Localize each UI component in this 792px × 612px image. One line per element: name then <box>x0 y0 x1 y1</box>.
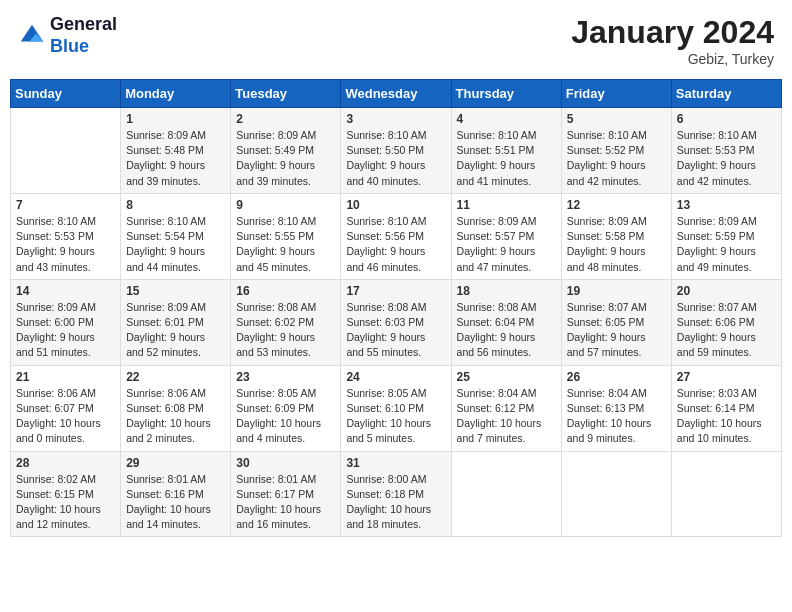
calendar-cell: 25Sunrise: 8:04 AM Sunset: 6:12 PM Dayli… <box>451 365 561 451</box>
calendar-header-row: SundayMondayTuesdayWednesdayThursdayFrid… <box>11 80 782 108</box>
calendar-cell: 26Sunrise: 8:04 AM Sunset: 6:13 PM Dayli… <box>561 365 671 451</box>
day-info: Sunrise: 8:05 AM Sunset: 6:09 PM Dayligh… <box>236 386 335 447</box>
day-number: 28 <box>16 456 115 470</box>
calendar-cell: 30Sunrise: 8:01 AM Sunset: 6:17 PM Dayli… <box>231 451 341 537</box>
calendar-cell <box>11 108 121 194</box>
calendar-cell: 5Sunrise: 8:10 AM Sunset: 5:52 PM Daylig… <box>561 108 671 194</box>
calendar-table: SundayMondayTuesdayWednesdayThursdayFrid… <box>10 79 782 537</box>
location-subtitle: Gebiz, Turkey <box>571 51 774 67</box>
calendar-cell: 6Sunrise: 8:10 AM Sunset: 5:53 PM Daylig… <box>671 108 781 194</box>
day-info: Sunrise: 8:09 AM Sunset: 5:48 PM Dayligh… <box>126 128 225 189</box>
logo: General Blue <box>18 14 117 57</box>
calendar-cell <box>671 451 781 537</box>
calendar-cell: 4Sunrise: 8:10 AM Sunset: 5:51 PM Daylig… <box>451 108 561 194</box>
day-info: Sunrise: 8:10 AM Sunset: 5:56 PM Dayligh… <box>346 214 445 275</box>
day-info: Sunrise: 8:10 AM Sunset: 5:51 PM Dayligh… <box>457 128 556 189</box>
day-info: Sunrise: 8:05 AM Sunset: 6:10 PM Dayligh… <box>346 386 445 447</box>
day-info: Sunrise: 8:08 AM Sunset: 6:03 PM Dayligh… <box>346 300 445 361</box>
header-sunday: Sunday <box>11 80 121 108</box>
day-number: 19 <box>567 284 666 298</box>
day-number: 23 <box>236 370 335 384</box>
day-info: Sunrise: 8:06 AM Sunset: 6:07 PM Dayligh… <box>16 386 115 447</box>
calendar-cell: 14Sunrise: 8:09 AM Sunset: 6:00 PM Dayli… <box>11 279 121 365</box>
day-info: Sunrise: 8:09 AM Sunset: 6:01 PM Dayligh… <box>126 300 225 361</box>
day-number: 2 <box>236 112 335 126</box>
page-header: General Blue January 2024 Gebiz, Turkey <box>10 10 782 71</box>
calendar-week-4: 21Sunrise: 8:06 AM Sunset: 6:07 PM Dayli… <box>11 365 782 451</box>
calendar-cell: 22Sunrise: 8:06 AM Sunset: 6:08 PM Dayli… <box>121 365 231 451</box>
day-info: Sunrise: 8:10 AM Sunset: 5:55 PM Dayligh… <box>236 214 335 275</box>
day-number: 14 <box>16 284 115 298</box>
day-number: 9 <box>236 198 335 212</box>
calendar-cell: 8Sunrise: 8:10 AM Sunset: 5:54 PM Daylig… <box>121 193 231 279</box>
day-info: Sunrise: 8:07 AM Sunset: 6:06 PM Dayligh… <box>677 300 776 361</box>
day-number: 22 <box>126 370 225 384</box>
day-info: Sunrise: 8:00 AM Sunset: 6:18 PM Dayligh… <box>346 472 445 533</box>
day-number: 25 <box>457 370 556 384</box>
day-number: 20 <box>677 284 776 298</box>
day-number: 11 <box>457 198 556 212</box>
day-info: Sunrise: 8:09 AM Sunset: 5:59 PM Dayligh… <box>677 214 776 275</box>
calendar-cell <box>451 451 561 537</box>
day-info: Sunrise: 8:01 AM Sunset: 6:17 PM Dayligh… <box>236 472 335 533</box>
day-info: Sunrise: 8:10 AM Sunset: 5:54 PM Dayligh… <box>126 214 225 275</box>
day-info: Sunrise: 8:03 AM Sunset: 6:14 PM Dayligh… <box>677 386 776 447</box>
day-number: 7 <box>16 198 115 212</box>
calendar-cell: 10Sunrise: 8:10 AM Sunset: 5:56 PM Dayli… <box>341 193 451 279</box>
header-wednesday: Wednesday <box>341 80 451 108</box>
day-info: Sunrise: 8:08 AM Sunset: 6:04 PM Dayligh… <box>457 300 556 361</box>
header-friday: Friday <box>561 80 671 108</box>
day-number: 16 <box>236 284 335 298</box>
calendar-cell: 11Sunrise: 8:09 AM Sunset: 5:57 PM Dayli… <box>451 193 561 279</box>
day-info: Sunrise: 8:10 AM Sunset: 5:52 PM Dayligh… <box>567 128 666 189</box>
day-number: 29 <box>126 456 225 470</box>
calendar-cell: 3Sunrise: 8:10 AM Sunset: 5:50 PM Daylig… <box>341 108 451 194</box>
day-number: 15 <box>126 284 225 298</box>
day-number: 6 <box>677 112 776 126</box>
day-number: 24 <box>346 370 445 384</box>
day-info: Sunrise: 8:04 AM Sunset: 6:12 PM Dayligh… <box>457 386 556 447</box>
day-info: Sunrise: 8:09 AM Sunset: 5:58 PM Dayligh… <box>567 214 666 275</box>
calendar-cell: 15Sunrise: 8:09 AM Sunset: 6:01 PM Dayli… <box>121 279 231 365</box>
day-number: 13 <box>677 198 776 212</box>
calendar-cell: 27Sunrise: 8:03 AM Sunset: 6:14 PM Dayli… <box>671 365 781 451</box>
day-number: 4 <box>457 112 556 126</box>
day-number: 21 <box>16 370 115 384</box>
calendar-cell: 9Sunrise: 8:10 AM Sunset: 5:55 PM Daylig… <box>231 193 341 279</box>
day-info: Sunrise: 8:01 AM Sunset: 6:16 PM Dayligh… <box>126 472 225 533</box>
header-tuesday: Tuesday <box>231 80 341 108</box>
calendar-cell: 24Sunrise: 8:05 AM Sunset: 6:10 PM Dayli… <box>341 365 451 451</box>
calendar-cell: 28Sunrise: 8:02 AM Sunset: 6:15 PM Dayli… <box>11 451 121 537</box>
calendar-cell: 29Sunrise: 8:01 AM Sunset: 6:16 PM Dayli… <box>121 451 231 537</box>
calendar-cell: 21Sunrise: 8:06 AM Sunset: 6:07 PM Dayli… <box>11 365 121 451</box>
calendar-cell: 19Sunrise: 8:07 AM Sunset: 6:05 PM Dayli… <box>561 279 671 365</box>
day-number: 8 <box>126 198 225 212</box>
calendar-cell: 16Sunrise: 8:08 AM Sunset: 6:02 PM Dayli… <box>231 279 341 365</box>
header-monday: Monday <box>121 80 231 108</box>
logo-text-blue: Blue <box>50 36 117 58</box>
day-number: 3 <box>346 112 445 126</box>
day-number: 17 <box>346 284 445 298</box>
day-info: Sunrise: 8:10 AM Sunset: 5:53 PM Dayligh… <box>677 128 776 189</box>
logo-icon <box>18 22 46 50</box>
calendar-cell: 23Sunrise: 8:05 AM Sunset: 6:09 PM Dayli… <box>231 365 341 451</box>
day-info: Sunrise: 8:07 AM Sunset: 6:05 PM Dayligh… <box>567 300 666 361</box>
calendar-week-1: 1Sunrise: 8:09 AM Sunset: 5:48 PM Daylig… <box>11 108 782 194</box>
day-number: 10 <box>346 198 445 212</box>
day-info: Sunrise: 8:10 AM Sunset: 5:50 PM Dayligh… <box>346 128 445 189</box>
calendar-cell: 18Sunrise: 8:08 AM Sunset: 6:04 PM Dayli… <box>451 279 561 365</box>
day-number: 30 <box>236 456 335 470</box>
header-thursday: Thursday <box>451 80 561 108</box>
day-info: Sunrise: 8:10 AM Sunset: 5:53 PM Dayligh… <box>16 214 115 275</box>
day-info: Sunrise: 8:06 AM Sunset: 6:08 PM Dayligh… <box>126 386 225 447</box>
calendar-week-3: 14Sunrise: 8:09 AM Sunset: 6:00 PM Dayli… <box>11 279 782 365</box>
day-info: Sunrise: 8:09 AM Sunset: 5:57 PM Dayligh… <box>457 214 556 275</box>
calendar-cell: 31Sunrise: 8:00 AM Sunset: 6:18 PM Dayli… <box>341 451 451 537</box>
calendar-cell: 12Sunrise: 8:09 AM Sunset: 5:58 PM Dayli… <box>561 193 671 279</box>
day-number: 31 <box>346 456 445 470</box>
day-info: Sunrise: 8:08 AM Sunset: 6:02 PM Dayligh… <box>236 300 335 361</box>
day-number: 12 <box>567 198 666 212</box>
calendar-cell: 17Sunrise: 8:08 AM Sunset: 6:03 PM Dayli… <box>341 279 451 365</box>
calendar-cell: 2Sunrise: 8:09 AM Sunset: 5:49 PM Daylig… <box>231 108 341 194</box>
logo-text-general: General <box>50 14 117 36</box>
